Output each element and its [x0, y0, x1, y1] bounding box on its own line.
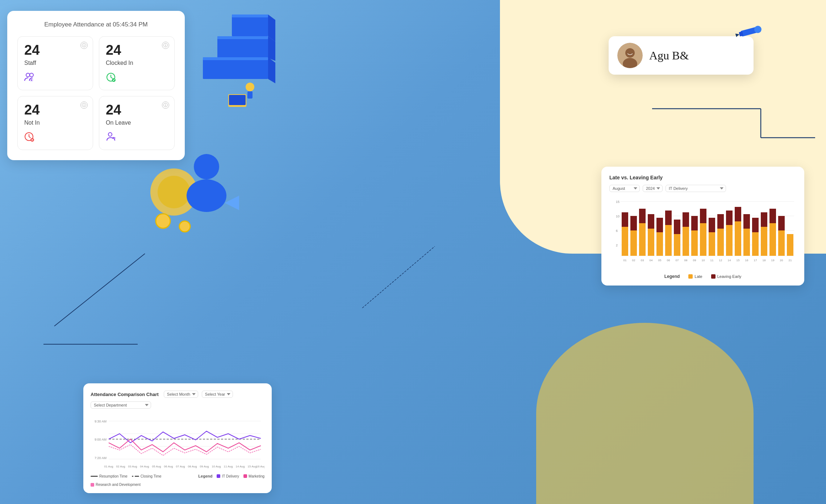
- svg-rect-94: [674, 220, 680, 234]
- clocked-icon: [106, 72, 168, 85]
- stat-box-staff[interactable]: ⓘ 24 Staff: [17, 36, 93, 90]
- svg-point-18: [246, 83, 254, 91]
- svg-text:08 Aug: 08 Aug: [188, 465, 197, 468]
- svg-text:7:20 AM: 7:20 AM: [95, 456, 107, 460]
- rd-legend-icon: [91, 483, 94, 487]
- svg-text:15: 15: [616, 200, 620, 204]
- it-delivery-label: IT Delivery: [222, 474, 239, 478]
- stat-number-leave: 24: [106, 103, 168, 117]
- stat-label-staff: Staff: [24, 60, 86, 66]
- late-year-select[interactable]: 2024 202220232025: [643, 185, 663, 192]
- late-month-select[interactable]: August JanuaryFebruaryMarch AprilMayJune…: [609, 185, 640, 192]
- dept-select[interactable]: Select Department IT DeliveryMarketingRe…: [91, 401, 151, 409]
- svg-rect-96: [683, 227, 689, 256]
- late-dept-select[interactable]: IT Delivery MarketingResearch and Develo…: [666, 185, 726, 192]
- svg-rect-121: [752, 218, 759, 232]
- svg-text:10: 10: [616, 214, 620, 218]
- info-icon-staff[interactable]: ⓘ: [80, 42, 88, 49]
- svg-rect-124: [761, 212, 767, 227]
- stat-label-notin: Not In: [24, 120, 86, 126]
- staff-icon: [24, 72, 86, 85]
- legend-rd: Research and Development: [91, 483, 141, 487]
- closing-label: Closing Time: [141, 474, 162, 478]
- stat-box-notin[interactable]: ⓘ 24 Not In: [17, 96, 93, 150]
- info-icon-notin[interactable]: ⓘ: [80, 101, 88, 109]
- svg-rect-103: [700, 209, 706, 223]
- stat-box-clocked[interactable]: ⓘ 24 Clocked In: [99, 36, 175, 90]
- svg-rect-114: [735, 221, 741, 256]
- stat-number-staff: 24: [24, 43, 86, 57]
- svg-rect-76: [622, 212, 628, 227]
- svg-text:04: 04: [650, 259, 653, 262]
- svg-text:01 Aug: 01 Aug: [104, 465, 113, 468]
- svg-rect-91: [665, 211, 672, 225]
- leaving-early-legend-label: Leaving Early: [717, 274, 742, 279]
- late-card: Late vs. Leaving Early August JanuaryFeb…: [601, 167, 804, 286]
- stat-label-clocked: Clocked In: [106, 60, 168, 66]
- month-select[interactable]: Select Month JanuaryFebruaryMarch AprilM…: [164, 391, 198, 398]
- svg-text:12: 12: [719, 259, 722, 262]
- info-icon-clocked[interactable]: ⓘ: [162, 42, 169, 49]
- svg-text:02: 02: [632, 259, 635, 262]
- legend-it: IT Delivery: [217, 474, 239, 478]
- svg-text:6: 6: [616, 229, 618, 233]
- svg-rect-105: [709, 232, 715, 256]
- svg-text:07: 07: [676, 259, 679, 262]
- svg-point-36: [108, 133, 112, 136]
- attendance-card: Employee Attendance at 05:45:34 PM ⓘ 24 …: [7, 11, 185, 160]
- svg-text:9:30 AM: 9:30 AM: [95, 420, 107, 423]
- svg-rect-90: [665, 225, 672, 256]
- svg-text:20: 20: [780, 259, 783, 262]
- svg-point-23: [158, 176, 190, 208]
- svg-text:01: 01: [623, 259, 627, 262]
- svg-text:2: 2: [616, 243, 618, 247]
- bg-yellow-blob: [536, 323, 754, 504]
- closing-line-icon: [132, 476, 139, 477]
- svg-rect-127: [769, 209, 776, 223]
- comparison-chart-card: Attendance Comparison Chart Select Month…: [83, 383, 272, 493]
- rd-label: Research and Development: [96, 483, 141, 487]
- svg-rect-129: [778, 230, 785, 256]
- svg-marker-26: [225, 196, 239, 210]
- svg-text:11: 11: [710, 259, 714, 262]
- svg-rect-130: [778, 216, 785, 230]
- late-legend-icon: [688, 274, 693, 279]
- svg-rect-88: [656, 218, 663, 232]
- chart-title: Attendance Comparison Chart: [91, 392, 159, 397]
- bar-chart-area: 15 10 6 2 01 02 03: [609, 198, 796, 270]
- year-select[interactable]: Select Year 2022202320242025: [202, 391, 233, 398]
- svg-rect-75: [622, 227, 628, 256]
- svg-rect-16: [203, 57, 268, 60]
- leaving-early-legend-icon: [711, 274, 716, 279]
- svg-text:08: 08: [684, 259, 688, 262]
- svg-rect-79: [630, 216, 637, 230]
- svg-text:09 Aug: 09 Aug: [200, 465, 209, 468]
- legend-resumption: Resumption Time: [91, 474, 128, 478]
- info-icon-leave[interactable]: ⓘ: [162, 101, 169, 109]
- svg-rect-106: [709, 218, 715, 232]
- svg-rect-84: [648, 229, 654, 256]
- svg-rect-93: [674, 234, 680, 256]
- svg-text:18: 18: [763, 259, 766, 262]
- svg-text:10: 10: [702, 259, 705, 262]
- svg-rect-117: [743, 229, 750, 256]
- stat-label-leave: On Leave: [106, 120, 168, 126]
- svg-text:06 Aug: 06 Aug: [164, 465, 173, 468]
- svg-point-27: [156, 214, 170, 228]
- svg-text:21: 21: [789, 259, 792, 262]
- svg-rect-126: [769, 223, 776, 256]
- legend-title: Legend: [198, 474, 212, 478]
- legend-mkt: Marketing: [243, 474, 264, 478]
- stat-box-leave[interactable]: ⓘ 24 On Leave: [99, 96, 175, 150]
- svg-rect-132: [787, 234, 793, 256]
- late-legend-label: Late: [694, 274, 702, 279]
- svg-rect-99: [691, 230, 698, 256]
- svg-rect-118: [743, 214, 750, 229]
- avatar: [617, 43, 643, 68]
- stat-grid: ⓘ 24 Staff ⓘ 24 Clocked In: [17, 36, 175, 150]
- notin-icon: [24, 132, 86, 145]
- legend-closing: Closing Time: [132, 474, 162, 478]
- svg-rect-111: [726, 225, 733, 256]
- svg-rect-85: [648, 214, 654, 229]
- svg-text:02 Aug: 02 Aug: [116, 465, 125, 468]
